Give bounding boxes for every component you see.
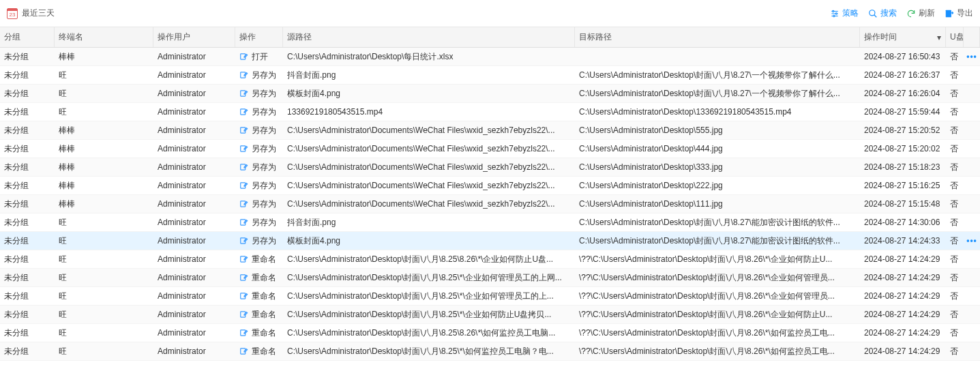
cell-usb: 否: [946, 125, 964, 136]
calendar-day: 23: [10, 12, 16, 18]
cell-dst: C:\Users\Administrator\Desktop\封面\八月\8.2…: [575, 88, 860, 100]
cell-op: 另存为: [235, 88, 283, 100]
cell-time: 2024-08-27 14:24:29: [860, 254, 946, 264]
col-header-group[interactable]: 分组: [0, 27, 55, 47]
more-icon[interactable]: •••: [966, 236, 977, 246]
cell-user: Administrator: [153, 52, 235, 61]
cell-op: 重命名: [235, 254, 283, 265]
table-row[interactable]: 未分组棒棒Administrator另存为C:\Users\Administra…: [0, 195, 980, 213]
cell-dst: C:\Users\Administrator\Desktop\133692191…: [575, 107, 860, 117]
table-row[interactable]: 未分组旺Administrator重命名C:\Users\Administrat…: [0, 269, 980, 287]
search-icon: [868, 9, 878, 18]
cell-time: 2024-08-27 14:24:29: [860, 328, 946, 338]
rename-icon: [239, 328, 249, 338]
cell-user: Administrator: [153, 218, 235, 227]
topbar: 23 最近三天 策略 搜索 刷新 导出: [0, 0, 980, 27]
cell-group: 未分组: [0, 309, 55, 321]
cell-user: Administrator: [153, 310, 235, 319]
cell-group: 未分组: [0, 198, 55, 210]
cell-terminal: 棒棒: [55, 143, 153, 155]
cell-dst: \??\C:\Users\Administrator\Desktop\封面\八月…: [575, 254, 860, 265]
table-row[interactable]: 未分组棒棒Administrator另存为C:\Users\Administra…: [0, 140, 980, 158]
col-header-menu: [964, 27, 980, 47]
cell-user: Administrator: [153, 107, 235, 117]
policy-button[interactable]: 策略: [830, 8, 859, 19]
export-button[interactable]: 导出: [945, 8, 973, 19]
cell-op: 重命名: [235, 291, 283, 302]
table-row[interactable]: 未分组旺Administrator重命名C:\Users\Administrat…: [0, 250, 980, 269]
cell-op: 另存为: [235, 235, 283, 247]
refresh-button[interactable]: 刷新: [906, 8, 935, 19]
rename-icon: [239, 144, 249, 153]
rename-icon: [239, 89, 249, 98]
cell-src: 抖音封面.png: [283, 217, 575, 228]
table-row[interactable]: 未分组旺Administrator另存为13369219180543515.mp…: [0, 103, 980, 121]
cell-src: C:\Users\Administrator\Desktop\封面\八月\8.2…: [283, 254, 575, 265]
cell-time: 2024-08-27 14:24:29: [860, 310, 946, 319]
table-row[interactable]: 未分组旺Administrator另存为抖音封面.pngC:\Users\Adm…: [0, 66, 980, 85]
rename-icon: [239, 310, 249, 319]
col-header-terminal[interactable]: 终端名: [55, 27, 153, 47]
cell-dst: \??\C:\Users\Administrator\Desktop\封面\八月…: [575, 346, 860, 357]
cell-dst: C:\Users\Administrator\Desktop\444.jpg: [575, 144, 860, 153]
cell-dst: C:\Users\Administrator\Desktop\555.jpg: [575, 125, 860, 135]
table-row[interactable]: 未分组棒棒Administrator另存为C:\Users\Administra…: [0, 177, 980, 195]
col-header-time[interactable]: 操作时间 ▾: [860, 27, 946, 47]
cell-src: C:\Users\Administrator\Documents\WeChat …: [283, 162, 575, 172]
cell-op: 另存为: [235, 162, 283, 173]
table-row[interactable]: 未分组旺Administrator另存为抖音封面.pngC:\Users\Adm…: [0, 213, 980, 232]
cell-terminal: 旺: [55, 106, 153, 118]
cell-src: C:\Users\Administrator\Desktop\封面\八月\8.2…: [283, 272, 575, 284]
table-row[interactable]: 未分组旺Administrator重命名C:\Users\Administrat…: [0, 306, 980, 324]
col-header-src[interactable]: 源路径: [283, 27, 575, 47]
cell-group: 未分组: [0, 106, 55, 118]
cell-dst: \??\C:\Users\Administrator\Desktop\封面\八月…: [575, 327, 860, 339]
export-label: 导出: [957, 8, 973, 19]
table-row[interactable]: 未分组旺Administrator重命名C:\Users\Administrat…: [0, 342, 980, 361]
table-row[interactable]: 未分组棒棒Administrator另存为C:\Users\Administra…: [0, 158, 980, 177]
topbar-left: 23 最近三天: [7, 8, 55, 19]
rename-icon: [239, 236, 249, 246]
cell-user: Administrator: [153, 144, 235, 153]
table-row[interactable]: 未分组旺Administrator重命名C:\Users\Administrat…: [0, 324, 980, 342]
cell-usb: 否: [946, 327, 964, 339]
cell-user: Administrator: [153, 346, 235, 356]
cell-op: 另存为: [235, 143, 283, 155]
cell-terminal: 棒棒: [55, 198, 153, 210]
topbar-right: 策略 搜索 刷新 导出: [830, 8, 973, 19]
table-row[interactable]: 未分组棒棒Administrator另存为C:\Users\Administra…: [0, 121, 980, 140]
cell-terminal: 旺: [55, 346, 153, 357]
cell-time: 2024-08-27 16:50:43: [860, 52, 946, 61]
cell-op: 另存为: [235, 125, 283, 136]
table-row[interactable]: 未分组旺Administrator另存为横板封面4.pngC:\Users\Ad…: [0, 232, 980, 250]
col-header-dst[interactable]: 目标路径: [575, 27, 860, 47]
cell-usb: 否: [946, 309, 964, 321]
rename-icon: [239, 199, 249, 209]
cell-dst: \??\C:\Users\Administrator\Desktop\封面\八月…: [575, 309, 860, 321]
cell-op: 另存为: [235, 217, 283, 228]
cell-terminal: 棒棒: [55, 125, 153, 136]
cell-src: C:\Users\Administrator\Documents\WeChat …: [283, 144, 575, 153]
cell-time: 2024-08-27 14:24:29: [860, 291, 946, 301]
cell-src: C:\Users\Administrator\Desktop\每日统计.xlsx: [283, 51, 575, 63]
refresh-label: 刷新: [919, 8, 935, 19]
cell-time: 2024-08-27 15:20:02: [860, 144, 946, 153]
cell-op: 重命名: [235, 327, 283, 339]
table-row[interactable]: 未分组棒棒Administrator打开C:\Users\Administrat…: [0, 48, 980, 66]
col-header-user[interactable]: 操作用户: [153, 27, 235, 47]
table-row[interactable]: 未分组旺Administrator重命名C:\Users\Administrat…: [0, 287, 980, 306]
cell-src: C:\Users\Administrator\Desktop\封面\八月\8.2…: [283, 309, 575, 321]
cell-menu[interactable]: •••: [964, 236, 980, 246]
rename-icon: [239, 181, 249, 190]
col-header-op[interactable]: 操作: [235, 27, 283, 47]
cell-usb: 否: [946, 346, 964, 357]
cell-menu[interactable]: •••: [964, 52, 980, 61]
col-header-usb[interactable]: U盘: [946, 27, 964, 47]
export-icon: [945, 9, 954, 18]
sort-desc-icon: ▾: [937, 33, 941, 42]
rename-icon: [239, 162, 249, 172]
svg-point-0: [833, 10, 834, 12]
table-row[interactable]: 未分组旺Administrator另存为横板封面4.pngC:\Users\Ad…: [0, 85, 980, 103]
more-icon[interactable]: •••: [966, 52, 977, 61]
search-button[interactable]: 搜索: [868, 8, 897, 19]
